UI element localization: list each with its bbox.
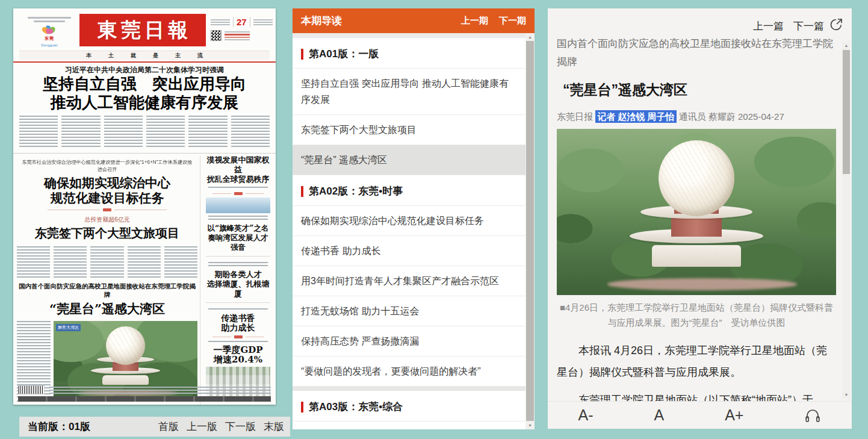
toc-section-a03: 第A03版：东莞•综合	[293, 391, 525, 422]
text-placeholder	[90, 246, 123, 278]
text-placeholder	[225, 30, 250, 41]
text-placeholder	[104, 116, 143, 148]
logo-cn-label: 东莞	[45, 36, 54, 42]
toc-header: 本期导读 上一期 下一期	[293, 8, 535, 33]
divider	[293, 387, 525, 391]
scrollbar-thumb[interactable]	[526, 41, 534, 421]
toc-article-link[interactable]: 打造无蚊场馆 助力十五运会	[293, 296, 525, 326]
open-share-icon[interactable]	[829, 17, 843, 32]
text-placeholder	[208, 216, 267, 221]
story2-line1: 确保如期实现综治中心	[44, 175, 170, 190]
text-placeholder	[188, 116, 227, 148]
toc-title: 本期导读	[301, 14, 342, 28]
section-label: 第A01版：一版	[309, 47, 379, 61]
story2-line2: 规范化建设目标任务	[51, 190, 164, 205]
article-toolbar: A- A A+	[548, 401, 852, 429]
toc-article-link-active[interactable]: “莞星台” 遥感大湾区	[293, 145, 525, 175]
red-bar-icon	[301, 49, 303, 60]
story2-headline: 确保如期实现综治中心 规范化建设目标任务	[17, 175, 197, 205]
prev-article-link[interactable]: 上一篇	[753, 19, 784, 33]
body-text-columns	[17, 246, 197, 278]
scroll-up-icon[interactable]: ▲	[842, 43, 851, 48]
qr-code	[211, 30, 222, 41]
dongguan-city-logo: 东莞 Dongguan	[19, 12, 79, 51]
page-ref-marker	[48, 208, 167, 211]
newspaper-front-page[interactable]: 东莞 Dongguan 東莞日報 27 本土就是主流	[13, 8, 276, 405]
story2-kicker: 东莞市社会治安综合治理中心规范化建设暨进一步深化“1+6+N”工作体系建设推进会…	[20, 159, 194, 173]
newspaper-footer	[18, 385, 271, 402]
masthead-title: 東莞日報	[94, 17, 191, 44]
next-article-link[interactable]: 下一篇	[793, 19, 824, 33]
slogan-text: 本土就是主流	[69, 52, 220, 60]
sidebar-photo	[206, 198, 270, 213]
scroll-down-icon[interactable]: ▼	[525, 423, 535, 428]
newspaper-slogan: 本土就是主流	[19, 51, 270, 60]
first-page-link[interactable]: 首版	[158, 420, 179, 434]
article-byline: 东莞日报 记者 赵浛锐 周子怡 通讯员 蔡耀蔚 2025-04-27	[557, 111, 836, 123]
sidebar-story1-headline: 漠视发展中国家权益扰乱全球贸易秩序	[206, 155, 270, 184]
font-increase-button[interactable]: A+	[725, 406, 743, 424]
text-placeholder	[61, 116, 100, 148]
text-placeholder	[208, 262, 267, 267]
article-supertitle: 国内首个面向防灾应急的高校卫星地面接收站在东莞理工学院揭牌	[557, 35, 836, 71]
article-photo-caption: ■4月26日，东莞理工学院举行卫星地面站（莞星台）揭牌仪式暨科普与应用成果展。图…	[557, 300, 836, 330]
sidebar-story4-headline: 传递书香助力成长	[222, 313, 255, 332]
prev-page-link[interactable]: 上一版	[187, 420, 217, 434]
divider	[293, 33, 525, 38]
sidebar-story5-headline: 一季度GDP增速20.4%	[213, 345, 262, 364]
text-placeholder	[253, 19, 273, 25]
scrollbar-thumb[interactable]	[843, 50, 850, 174]
text-placeholder	[208, 308, 267, 311]
date-row: 27	[211, 17, 270, 27]
prev-issue-link[interactable]: 上一期	[461, 15, 488, 26]
text-placeholder	[19, 116, 58, 148]
sidebar-story2-headline: 以“旗峰英才”之名奏响湾区发展人才强音	[206, 223, 270, 252]
toc-article-link[interactable]: 东莞签下两个大型文旅项目	[293, 115, 525, 145]
last-page-link[interactable]: 末版	[264, 420, 284, 434]
lead-story-kicker: 习近平在中共中央政治局第二十次集体学习时强调	[13, 65, 276, 75]
text-placeholder	[34, 20, 65, 22]
red-bar-icon	[301, 402, 303, 413]
toc-article-link[interactable]: 用3年时间打造青年人才集聚区产才融合示范区	[293, 266, 525, 296]
toc-article-link[interactable]: 传递书香 助力成长	[293, 236, 525, 266]
article-title: “莞星台”遥感大湾区	[557, 81, 836, 99]
article-nav: 上一篇 下一篇	[753, 19, 824, 33]
toc-article-link[interactable]: 确保如期实现综治中心规范化建设目标任务	[293, 206, 525, 236]
pager-links: 首版 上一版 下一版 末版	[158, 420, 284, 434]
newspaper-header: 东莞 Dongguan 東莞日報 27	[19, 12, 270, 51]
next-page-link[interactable]: 下一版	[225, 420, 256, 434]
footer-strip	[18, 396, 271, 402]
byline-reporters-highlight: 记者 赵浛锐 周子怡	[595, 110, 676, 123]
page-navigation-bar: 当前版：01版 首版 上一版 下一版 末版	[19, 417, 290, 437]
toc-article-link[interactable]: 保持高压态势 严查扬撒滴漏	[293, 326, 525, 356]
scroll-up-icon[interactable]: ▲	[525, 35, 535, 39]
toc-article-link[interactable]: “要做问题的发现者，更要做问题的解决者”	[293, 356, 525, 387]
scroll-down-icon[interactable]: ▼	[842, 393, 851, 397]
article-panel: 上一篇 下一篇 国内首个面向防灾应急的高校卫星地面接收站在东莞理工学院揭牌 “莞…	[548, 8, 852, 429]
article-content: 国内首个面向防灾应急的高校卫星地面接收站在东莞理工学院揭牌 “莞星台”遥感大湾区…	[557, 35, 836, 401]
logo-en-label: Dongguan	[41, 43, 58, 47]
text-placeholder	[208, 341, 267, 343]
newspaper-masthead: 東莞日報	[79, 14, 206, 46]
toc-article-link[interactable]: 坚持自立自强 突出应用导向 推动人工智能健康有序发展	[293, 69, 525, 115]
red-bar-icon	[301, 186, 303, 197]
article-paragraph: 东莞理工学院卫星地面站（以下简称“地面站”）于2024年	[557, 389, 836, 401]
font-decrease-button[interactable]: A-	[578, 406, 594, 424]
section-divider	[13, 153, 276, 154]
flower-logo-icon	[40, 25, 58, 34]
article-scrollbar[interactable]: ▲ ▼	[842, 42, 851, 399]
font-normal-button[interactable]: A	[654, 406, 665, 424]
listen-audio-button[interactable]	[804, 408, 821, 423]
text-placeholder	[164, 246, 197, 278]
byline-date: 通讯员 蔡耀蔚 2025-04-27	[677, 111, 784, 122]
next-issue-link[interactable]: 下一期	[499, 15, 526, 26]
text-placeholder	[128, 246, 161, 278]
story4-kicker: 国内首个面向防灾应急的高校卫星地面接收站在东莞理工学院揭牌	[17, 282, 197, 299]
body-text-columns	[19, 116, 270, 148]
toc-scrollbar[interactable]: ▲ ▼	[525, 33, 535, 429]
toc-section-a02: 第A02版：东莞•时事	[293, 175, 525, 206]
barcode	[18, 385, 45, 394]
text-placeholder	[146, 116, 185, 148]
page-ref-marker	[212, 335, 264, 338]
issue-nav: 上一期 下一期	[461, 15, 526, 26]
